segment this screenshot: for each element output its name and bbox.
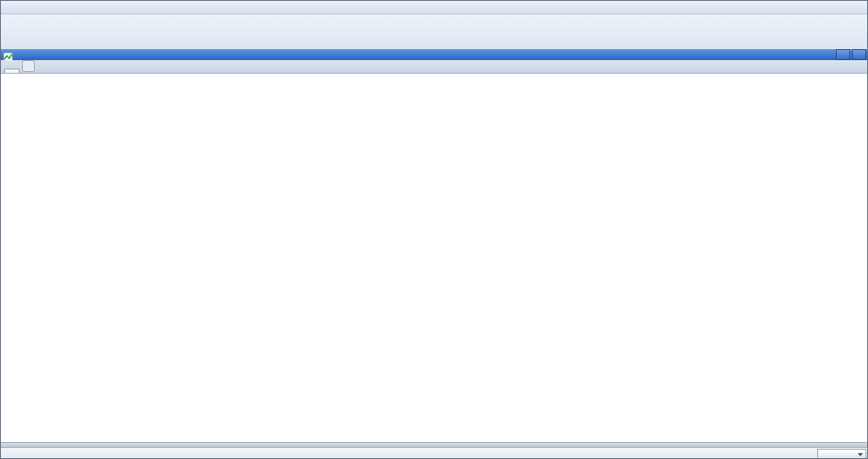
chart-region xyxy=(1,74,868,442)
tab-kuppung[interactable] xyxy=(4,69,19,73)
time-history-plot xyxy=(1,74,868,442)
graph-window-icon xyxy=(3,50,13,59)
ribbon-tab-row xyxy=(1,1,868,14)
maximize-button[interactable] xyxy=(836,49,850,60)
ribbon xyxy=(1,1,868,50)
close-window-button[interactable] xyxy=(852,49,866,60)
application-window xyxy=(0,0,868,459)
child-window-titlebar xyxy=(1,49,868,60)
view-selector-combo[interactable] xyxy=(817,449,866,459)
chevron-down-icon xyxy=(858,453,863,456)
document-tab-strip xyxy=(1,60,868,74)
status-bar xyxy=(1,447,868,459)
close-tab-icon[interactable] xyxy=(22,60,35,72)
ribbon-groups xyxy=(1,14,868,49)
